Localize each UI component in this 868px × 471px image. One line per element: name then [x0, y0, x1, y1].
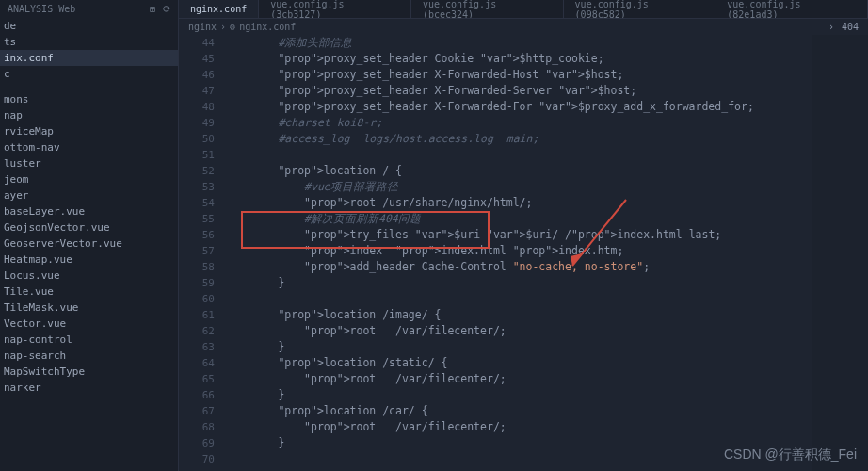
file-explorer-sidebar: ANALYSIS Web ⊞ ⟳ de ts inx.conf c mons n… — [0, 0, 179, 471]
line-number: 44 — [179, 35, 215, 51]
line-number: 45 — [179, 51, 215, 67]
sidebar-actions: ⊞ ⟳ — [150, 4, 170, 14]
app-container: ANALYSIS Web ⊞ ⟳ de ts inx.conf c mons n… — [0, 0, 868, 471]
line-number: 67 — [179, 403, 215, 419]
line-number: 58 — [179, 259, 215, 275]
tree-item[interactable]: narker — [0, 380, 178, 396]
breadcrumb-part[interactable]: nginx — [188, 22, 217, 32]
line-number: 63 — [179, 339, 215, 355]
code-line[interactable]: "prop">root /var/filecenter/; — [226, 371, 868, 387]
tree-item[interactable]: Locus.vue — [0, 268, 178, 284]
watermark: CSDN @行善积德_Fei — [724, 447, 857, 463]
tree-item[interactable]: GeoserverVector.vue — [0, 236, 178, 252]
tree-item[interactable]: nap-search — [0, 348, 178, 364]
code-line[interactable]: "prop">root /var/filecenter/; — [226, 419, 868, 435]
code-line[interactable]: "prop">add_header Cache-Control "no-cach… — [226, 259, 868, 275]
code-line[interactable]: } — [226, 339, 868, 355]
code-line[interactable]: #access_log logs/host.access.log main; — [226, 131, 868, 147]
tab-vue-config-4[interactable]: vue.config.js (82e1ad3) — [715, 0, 868, 18]
refresh-icon[interactable]: ⟳ — [163, 4, 170, 14]
new-file-icon[interactable]: ⊞ — [150, 4, 155, 14]
line-number: 46 — [179, 67, 215, 83]
code-line[interactable]: #vue项目部署路径 — [226, 179, 868, 195]
line-number: 53 — [179, 179, 215, 195]
tree-item[interactable]: luster — [0, 155, 178, 171]
code-line[interactable]: #charset koi8-r; — [226, 115, 868, 131]
tree-item[interactable]: TileMask.vue — [0, 300, 178, 316]
editor-tabs: nginx.conf vue.config.js (3cb3127) vue.c… — [179, 0, 868, 19]
tree-item[interactable]: ottom-nav — [0, 139, 178, 155]
code-area[interactable]: #添加头部信息 "prop">proxy_set_header Cookie "… — [226, 35, 868, 471]
tab-vue-config-3[interactable]: vue.config.js (098c582) — [564, 0, 716, 18]
line-number: 59 — [179, 275, 215, 291]
code-line[interactable]: #添加头部信息 — [226, 35, 868, 51]
breadcrumb-nav: › 404 — [828, 22, 859, 32]
code-line[interactable]: "prop">location /static/ { — [226, 355, 868, 371]
code-line[interactable] — [226, 147, 868, 163]
sidebar-title: ANALYSIS Web — [8, 4, 75, 14]
code-line[interactable]: "prop">location /image/ { — [226, 307, 868, 323]
minimap[interactable] — [812, 35, 868, 471]
line-number: 54 — [179, 195, 215, 211]
code-line[interactable]: } — [226, 387, 868, 403]
line-number: 66 — [179, 387, 215, 403]
line-number: 55 — [179, 211, 215, 227]
code-line[interactable]: #解决页面刷新404问题 — [226, 211, 868, 227]
tab-nginx-conf[interactable]: nginx.conf — [179, 0, 259, 18]
code-line[interactable]: "prop">proxy_set_header X-Forwarded-For … — [226, 99, 868, 115]
tree-item[interactable]: nap-control — [0, 332, 178, 348]
tree-item[interactable]: mons — [0, 91, 178, 107]
code-editor[interactable]: 4445464748495051525354555657585960616263… — [179, 35, 868, 471]
code-line[interactable]: "prop">proxy_set_header X-Forwarded-Host… — [226, 67, 868, 83]
line-number: 50 — [179, 131, 215, 147]
breadcrumb-part[interactable]: nginx.conf — [239, 22, 296, 32]
chevron-right-icon: › — [220, 22, 226, 32]
tree-item[interactable]: ts — [0, 34, 178, 50]
code-line[interactable]: "prop">try_files "var">$uri "var">$uri/ … — [226, 227, 868, 243]
code-line[interactable]: } — [226, 275, 868, 291]
line-number: 69 — [179, 435, 215, 451]
code-line[interactable]: "prop">index "prop">index.html "prop">in… — [226, 243, 868, 259]
tree-item[interactable]: jeom — [0, 171, 178, 187]
tree-item[interactable]: Tile.vue — [0, 284, 178, 300]
nav-label[interactable]: 404 — [842, 22, 859, 32]
gear-icon: ⚙ — [230, 22, 235, 32]
code-line[interactable]: "prop">location /car/ { — [226, 403, 868, 419]
code-line[interactable]: "prop">root /usr/share/nginx/html/; — [226, 195, 868, 211]
line-number: 68 — [179, 419, 215, 435]
code-line[interactable]: "prop">root /var/filecenter/; — [226, 323, 868, 339]
tree-item[interactable]: c — [0, 66, 178, 82]
line-number: 64 — [179, 355, 215, 371]
tree-item[interactable]: Vector.vue — [0, 316, 178, 332]
main-panel: nginx.conf vue.config.js (3cb3127) vue.c… — [179, 0, 868, 471]
tree-item[interactable]: MapSwitchType — [0, 364, 178, 380]
code-line[interactable]: "prop">location / { — [226, 163, 868, 179]
tree-item[interactable]: Heatmap.vue — [0, 252, 178, 268]
tab-vue-config-2[interactable]: vue.config.js (bcec324) — [411, 0, 564, 18]
line-number: 48 — [179, 99, 215, 115]
line-number: 57 — [179, 243, 215, 259]
chevron-right-icon[interactable]: › — [828, 22, 834, 32]
line-number: 61 — [179, 307, 215, 323]
line-gutter: 4445464748495051525354555657585960616263… — [179, 35, 226, 471]
code-line[interactable]: "prop">proxy_set_header X-Forwarded-Serv… — [226, 83, 868, 99]
sidebar-header: ANALYSIS Web ⊞ ⟳ — [0, 0, 178, 18]
line-number: 52 — [179, 163, 215, 179]
line-number: 49 — [179, 115, 215, 131]
breadcrumb: nginx › ⚙ nginx.conf › 404 — [179, 19, 868, 35]
tree-item[interactable]: rviceMap — [0, 123, 178, 139]
code-line[interactable] — [226, 291, 868, 307]
tree-item[interactable]: GeojsonVector.vue — [0, 219, 178, 236]
tab-vue-config-1[interactable]: vue.config.js (3cb3127) — [259, 0, 411, 18]
line-number: 65 — [179, 371, 215, 387]
tree-item[interactable]: ayer — [0, 187, 178, 203]
tree-item[interactable]: de — [0, 18, 178, 34]
line-number: 60 — [179, 291, 215, 307]
line-number: 56 — [179, 227, 215, 243]
tree-item-active[interactable]: inx.conf — [0, 50, 178, 66]
line-number: 51 — [179, 147, 215, 163]
tree-item[interactable]: baseLayer.vue — [0, 203, 178, 219]
line-number: 47 — [179, 83, 215, 99]
tree-item[interactable]: nap — [0, 107, 178, 123]
code-line[interactable]: "prop">proxy_set_header Cookie "var">$ht… — [226, 51, 868, 67]
